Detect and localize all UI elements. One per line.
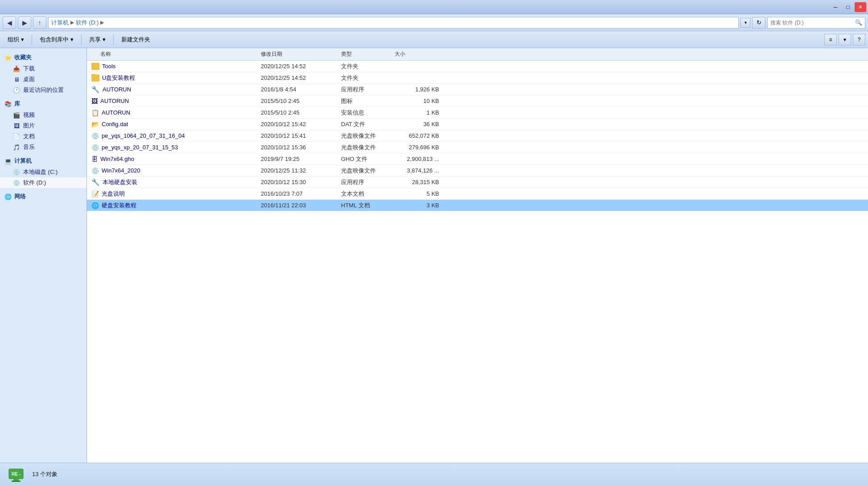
sidebar-header-computer[interactable]: 💻 计算机 xyxy=(0,155,86,167)
file-date-cell: 2015/5/10 2:45 xyxy=(256,98,337,104)
file-name-cell[interactable]: 🗄 Win7x64.gho xyxy=(87,156,256,163)
file-type-cell: 图标 xyxy=(337,97,390,105)
file-name-text: Tools xyxy=(102,63,115,70)
sidebar-section-computer: 💻 计算机 💿 本地磁盘 (C:) 💿 软件 (D:) xyxy=(0,155,86,188)
favorites-star-icon: ⭐ xyxy=(4,54,12,61)
breadcrumb-sep-2: ▶ xyxy=(100,20,104,25)
breadcrumb-bar: 计算机 ▶ 软件 (D:) ▶ xyxy=(48,17,739,29)
table-row[interactable]: 🗄 Win7x64.gho 2019/9/7 19:25 GHO 文件 2,90… xyxy=(87,153,868,165)
downloads-icon: 📥 xyxy=(12,65,21,73)
refresh-button[interactable]: ↻ xyxy=(752,17,765,29)
table-row[interactable]: 💿 pe_yqs_1064_20_07_31_16_04 2020/10/12 … xyxy=(87,130,868,142)
file-icon: 💿 xyxy=(91,132,99,140)
file-name-text: AUTORUN xyxy=(100,98,129,104)
up-button[interactable]: ↑ xyxy=(33,16,46,29)
search-input[interactable] xyxy=(770,20,853,26)
sidebar-item-pictures[interactable]: 🖼 图片 xyxy=(0,120,86,131)
file-rows-container: Tools 2020/12/25 14:52 文件夹 U盘安装教程 2020/1… xyxy=(87,61,868,211)
file-icon: 💿 xyxy=(91,144,99,151)
sidebar-item-downloads[interactable]: 📥 下载 xyxy=(0,63,86,74)
video-label: 视频 xyxy=(23,111,35,119)
file-name-text: 本地硬盘安装 xyxy=(103,178,137,186)
view-options-button[interactable]: ▾ xyxy=(839,34,851,45)
file-name-cell[interactable]: 🔧 AUTORUN xyxy=(87,86,256,94)
table-row[interactable]: U盘安装教程 2020/12/25 14:52 文件夹 xyxy=(87,72,868,84)
file-date-cell: 2020/10/12 15:42 xyxy=(256,121,337,127)
recent-label: 最近访问的位置 xyxy=(23,86,64,94)
search-icon[interactable]: 🔍 xyxy=(855,19,862,26)
sidebar-item-music[interactable]: 🎵 音乐 xyxy=(0,142,86,152)
sidebar-item-desktop[interactable]: 🖥 桌面 xyxy=(0,74,86,85)
file-size-cell: 10 KB xyxy=(390,98,444,104)
file-name-text: 光盘说明 xyxy=(102,190,125,198)
col-header-name[interactable]: 名称 xyxy=(87,50,256,58)
network-icon: 🌐 xyxy=(4,193,12,200)
col-header-date[interactable]: 修改日期 xyxy=(256,50,337,58)
table-row[interactable]: 📂 Config.dat 2020/10/12 15:42 DAT 文件 36 … xyxy=(87,119,868,130)
file-icon xyxy=(91,74,99,82)
table-row[interactable]: Tools 2020/12/25 14:52 文件夹 xyxy=(87,61,868,72)
table-row[interactable]: 📋 AUTORUN 2015/5/10 2:45 安装信息 1 KB xyxy=(87,107,868,119)
file-date-cell: 2020/12/25 11:32 xyxy=(256,167,337,174)
table-row[interactable]: 🖼 AUTORUN 2015/5/10 2:45 图标 10 KB xyxy=(87,95,868,107)
file-name-cell[interactable]: 🔧 本地硬盘安装 xyxy=(87,178,256,186)
file-name-cell[interactable]: U盘安装教程 xyxy=(87,74,256,82)
file-name-cell[interactable]: Tools xyxy=(87,63,256,70)
include-arrow: ▾ xyxy=(70,36,74,43)
maximize-button[interactable]: □ xyxy=(842,2,854,12)
sidebar-item-drive-d[interactable]: 💿 软件 (D:) xyxy=(0,177,86,188)
table-row[interactable]: 💿 pe_yqs_xp_20_07_31_15_53 2020/10/12 15… xyxy=(87,142,868,153)
file-type-cell: 光盘映像文件 xyxy=(337,167,390,175)
sidebar-item-drive-c[interactable]: 💿 本地磁盘 (C:) xyxy=(0,167,86,177)
file-name-cell[interactable]: 💿 Win7x64_2020 xyxy=(87,167,256,174)
file-date-cell: 2019/9/7 19:25 xyxy=(256,156,337,162)
sidebar-header-library[interactable]: 📚 库 xyxy=(0,98,86,110)
library-label: 库 xyxy=(14,100,20,108)
title-bar: ─ □ ✕ xyxy=(0,0,868,14)
col-header-type[interactable]: 类型 xyxy=(337,50,390,58)
file-type-cell: 光盘映像文件 xyxy=(337,144,390,152)
forward-button[interactable]: ▶ xyxy=(18,16,31,29)
breadcrumb-dropdown[interactable]: ▾ xyxy=(740,18,750,28)
close-button[interactable]: ✕ xyxy=(855,2,866,12)
music-icon: 🎵 xyxy=(12,143,21,151)
minimize-button[interactable]: ─ xyxy=(830,2,841,12)
file-name-cell[interactable]: 💿 pe_yqs_1064_20_07_31_16_04 xyxy=(87,132,256,140)
sidebar-item-video[interactable]: 🎬 视频 xyxy=(0,110,86,120)
file-name-cell[interactable]: 📋 AUTORUN xyxy=(87,109,256,116)
svg-rect-1 xyxy=(13,479,19,481)
back-button[interactable]: ◀ xyxy=(3,16,16,29)
status-icon: RE - xyxy=(7,465,25,483)
col-header-size[interactable]: 大小 xyxy=(390,50,444,58)
drive-c-label: 本地磁盘 (C:) xyxy=(23,168,58,176)
new-folder-button[interactable]: 新建文件夹 xyxy=(116,33,155,46)
breadcrumb-computer[interactable]: 计算机 xyxy=(51,19,69,27)
organize-label: 组织 xyxy=(8,36,19,44)
file-name-cell[interactable]: 💿 pe_yqs_xp_20_07_31_15_53 xyxy=(87,144,256,151)
file-name-text: Config.dat xyxy=(102,121,128,127)
view-toggle-button[interactable]: ≡ xyxy=(824,34,837,45)
file-size-cell: 652,072 KB xyxy=(390,132,444,139)
file-name-cell[interactable]: 🖼 AUTORUN xyxy=(87,98,256,105)
file-name-text: pe_yqs_xp_20_07_31_15_53 xyxy=(102,144,178,151)
file-type-cell: 应用程序 xyxy=(337,178,390,186)
share-button[interactable]: 共享 ▾ xyxy=(84,33,111,46)
svg-rect-2 xyxy=(12,481,21,482)
table-row[interactable]: 🌐 硬盘安装教程 2016/11/21 22:03 HTML 文档 3 KB xyxy=(87,200,868,211)
sidebar-header-network[interactable]: 🌐 网络 xyxy=(0,191,86,202)
table-row[interactable]: 🔧 本地硬盘安装 2020/10/12 15:30 应用程序 28,315 KB xyxy=(87,177,868,188)
file-name-cell[interactable]: 📝 光盘说明 xyxy=(87,190,256,198)
sidebar-item-documents[interactable]: 📄 文档 xyxy=(0,131,86,142)
file-name-cell[interactable]: 📂 Config.dat xyxy=(87,121,256,128)
table-row[interactable]: 📝 光盘说明 2016/10/23 7:07 文本文档 5 KB xyxy=(87,188,868,200)
sidebar-item-recent[interactable]: 🕐 最近访问的位置 xyxy=(0,85,86,95)
table-row[interactable]: 🔧 AUTORUN 2016/1/8 4:54 应用程序 1,926 KB xyxy=(87,84,868,95)
table-row[interactable]: 💿 Win7x64_2020 2020/12/25 11:32 光盘映像文件 3… xyxy=(87,165,868,177)
include-button[interactable]: 包含到库中 ▾ xyxy=(35,33,78,46)
file-name-cell[interactable]: 🌐 硬盘安装教程 xyxy=(87,201,256,210)
file-name-text: Win7x64_2020 xyxy=(102,167,140,174)
organize-button[interactable]: 组织 ▾ xyxy=(3,33,29,46)
sidebar-header-favorites[interactable]: ⭐ 收藏夹 xyxy=(0,52,86,63)
breadcrumb-drive[interactable]: 软件 (D:) xyxy=(76,19,99,27)
help-button[interactable]: ? xyxy=(853,34,865,45)
